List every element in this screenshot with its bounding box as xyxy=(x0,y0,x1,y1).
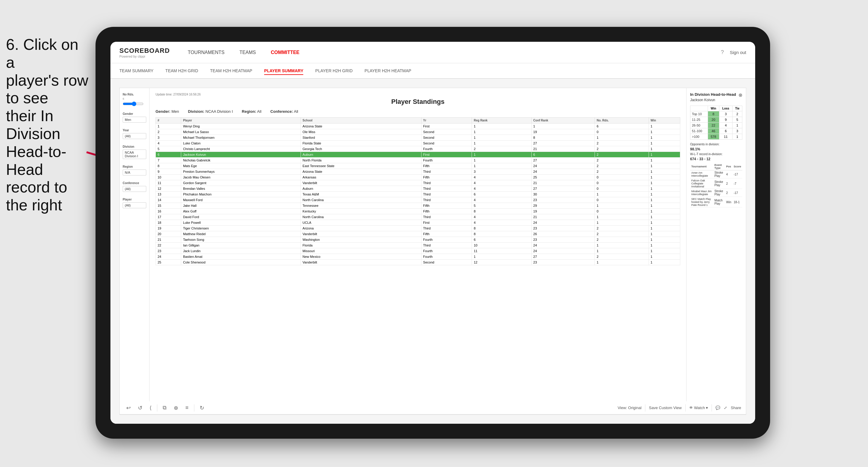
logo-scoreboard: SCOREBOARD xyxy=(119,47,170,55)
h2h-close-button[interactable]: ⊗ xyxy=(739,92,742,98)
table-row[interactable]: 25 Cole Sherwood Vanderbilt Second 12 23… xyxy=(156,259,680,265)
paste-button[interactable]: ⊕ xyxy=(172,403,180,412)
reg-rank-cell: 1 xyxy=(472,163,531,169)
player-filter-value[interactable]: (All) xyxy=(123,202,146,208)
table-row[interactable]: 11 Gordon Sargent Vanderbilt Third 4 21 … xyxy=(156,180,680,186)
school-cell: North Florida xyxy=(301,158,421,163)
reg-rank-cell: 1 xyxy=(472,141,531,146)
table-row[interactable]: 21 Taehoon Song Washington Fourth 6 23 2… xyxy=(156,237,680,243)
win-cell: 1 xyxy=(649,237,680,243)
reg-rank-cell: 4 xyxy=(472,197,531,203)
conf-rank-cell: 27 xyxy=(531,254,595,259)
conf-rank-cell: 6 xyxy=(531,152,595,158)
tab-team-h2h-heatmap[interactable]: TEAM H2H HEATMAP xyxy=(210,67,252,74)
table-row[interactable]: 20 Matthew Riedel Vanderbilt Fifth 8 26 … xyxy=(156,231,680,237)
table-row[interactable]: 2 Michael La Sasso Ole Miss Second 1 19 … xyxy=(156,129,680,135)
toolbar-sep-1 xyxy=(157,404,157,411)
win-cell: 1 xyxy=(649,243,680,248)
year-filter-value[interactable]: (All) xyxy=(123,133,146,139)
opp-pct: 98.1% xyxy=(690,147,742,151)
h2h-loss-cell: 9 xyxy=(719,117,733,123)
table-row[interactable]: 24 Bastien Amat New Mexico Fourth 1 27 2… xyxy=(156,254,680,259)
division-filter-value[interactable]: NCAA Division I xyxy=(123,150,146,159)
h2h-rank-label: >100 xyxy=(690,134,708,139)
region-filter-value[interactable]: N/A xyxy=(123,169,146,176)
tourney-name: Falcon Oak Collegiate Invitational xyxy=(690,179,713,189)
copy-button[interactable]: ⧉ xyxy=(161,403,168,412)
tab-team-summary[interactable]: TEAM SUMMARY xyxy=(119,67,153,74)
tourney-name: Mirabel Maui Jim Intercollegiate xyxy=(690,189,713,197)
table-row[interactable]: 12 Brendan Valles Auburn Third 4 27 0 1 xyxy=(156,186,680,192)
share-button[interactable]: Share xyxy=(731,406,741,410)
table-row[interactable]: 6 Jackson Koivun Auburn First 1 6 2 1 xyxy=(156,152,680,158)
tourney-pos: 2 xyxy=(725,179,733,189)
tournament-table: Tournament Event Type Pos Score Amer Am … xyxy=(690,163,742,208)
rank-cell: 21 xyxy=(156,237,181,243)
h2h-loss-header: Loss xyxy=(719,106,733,111)
table-row[interactable]: 9 Preston Summerhays Arizona State Third… xyxy=(156,169,680,175)
table-row[interactable]: 3 Michael Thorbjornsen Stanford Second 1… xyxy=(156,135,680,141)
table-row[interactable]: 13 Phichaksn Maichon Texas A&M Third 6 3… xyxy=(156,192,680,197)
table-row[interactable]: 5 Christo Lamprecht Georgia Tech Fourth … xyxy=(156,146,680,152)
conf-rank-cell: 19 xyxy=(531,129,595,135)
tab-player-summary[interactable]: PLAYER SUMMARY xyxy=(264,67,303,75)
conf-rank-cell: 25 xyxy=(531,175,595,180)
h2h-tie-cell: 3 xyxy=(733,128,742,134)
table-row[interactable]: 7 Nicholas Gabrelcik North Florida Fourt… xyxy=(156,158,680,163)
save-custom-button[interactable]: Save Custom View xyxy=(649,406,682,410)
refresh-button[interactable]: ↻ xyxy=(198,403,206,412)
redo-button[interactable]: ↺ xyxy=(136,403,144,412)
table-row[interactable]: 17 David Ford North Carolina Third 4 21 … xyxy=(156,214,680,220)
conference-label: Conference: All xyxy=(271,109,298,114)
step-back-button[interactable]: ⟨ xyxy=(148,403,153,412)
powerbi-container: No Rds. 6 Gender Men Year (All) xyxy=(119,88,746,415)
conf-rank-cell: 24 xyxy=(531,243,595,248)
conference-filter-value[interactable]: (All) xyxy=(123,186,146,192)
player-name-cell: Luke Claton xyxy=(181,141,301,146)
sign-out-link[interactable]: Sign out xyxy=(730,50,746,55)
table-row[interactable]: 16 Alex Goff Kentucky Fifth 8 19 0 1 xyxy=(156,209,680,214)
table-row[interactable]: 1 Wenyi Ding Arizona State First 1 1 6 1 xyxy=(156,124,680,129)
rds-cell: 1 xyxy=(595,248,649,254)
nav-teams[interactable]: TEAMS xyxy=(239,48,256,58)
school-cell: North Carolina xyxy=(301,197,421,203)
view-original-button[interactable]: View: Original xyxy=(618,406,642,410)
tab-player-h2h-grid[interactable]: PLAYER H2H GRID xyxy=(315,67,352,74)
table-row[interactable]: 22 Ian Gilligan Florida Third 10 24 1 1 xyxy=(156,243,680,248)
undo-button[interactable]: ↩ xyxy=(124,403,132,412)
logo-powered: Powered by clippi xyxy=(119,55,170,58)
h2h-table-row: 11-25 20 9 5 xyxy=(690,117,742,123)
table-row[interactable]: 23 Jack Lundin Missouri Fourth 11 24 1 1 xyxy=(156,248,680,254)
watch-button[interactable]: 👁 Watch ▾ xyxy=(689,406,708,410)
format-button[interactable]: ≡ xyxy=(184,403,190,412)
gender-filter-value[interactable]: Men xyxy=(123,117,146,123)
no-rds-slider[interactable] xyxy=(123,101,144,106)
table-row[interactable]: 10 Jacob Mau Olesen Arkansas Fifth 4 25 … xyxy=(156,175,680,180)
table-row[interactable]: 8 Mats Ege East Tennessee State Fifth 1 … xyxy=(156,163,680,169)
rds-cell: 2 xyxy=(595,231,649,237)
tab-player-h2h-heatmap[interactable]: PLAYER H2H HEATMAP xyxy=(365,67,411,74)
reg-rank-cell: 4 xyxy=(472,186,531,192)
tourney-type: Stroke Play xyxy=(713,189,725,197)
nav-committee[interactable]: COMMITTEE xyxy=(271,48,299,58)
help-icon[interactable]: ? xyxy=(721,49,724,56)
rank-cell: 14 xyxy=(156,197,181,203)
comment-button[interactable]: 💬 xyxy=(715,406,720,410)
table-row[interactable]: 4 Luke Claton Florida State Second 1 27 … xyxy=(156,141,680,146)
table-row[interactable]: 19 Tiger Christensen Arizona Third 8 23 … xyxy=(156,226,680,231)
rds-cell: 2 xyxy=(595,152,649,158)
rds-cell: 2 xyxy=(595,141,649,146)
nav-tournaments[interactable]: TOURNAMENTS xyxy=(188,48,224,58)
present-button[interactable]: ⤢ xyxy=(724,406,727,410)
table-row[interactable]: 14 Maxwell Ford North Carolina Third 4 2… xyxy=(156,197,680,203)
win-cell: 1 xyxy=(649,209,680,214)
yr-cell: First xyxy=(421,220,472,226)
tourney-name: Amer Am Intercollegiate xyxy=(690,170,713,179)
conf-rank-cell: 23 xyxy=(531,197,595,203)
standings-title: Player Standings xyxy=(156,98,680,106)
win-cell: 1 xyxy=(649,248,680,254)
tab-team-h2h-grid[interactable]: TEAM H2H GRID xyxy=(165,67,198,74)
yr-cell: Third xyxy=(421,180,472,186)
table-row[interactable]: 18 Luke Powell UCLA First 4 24 1 1 xyxy=(156,220,680,226)
table-row[interactable]: 15 Jake Hall Tennessee Fifth 5 29 1 1 xyxy=(156,203,680,209)
